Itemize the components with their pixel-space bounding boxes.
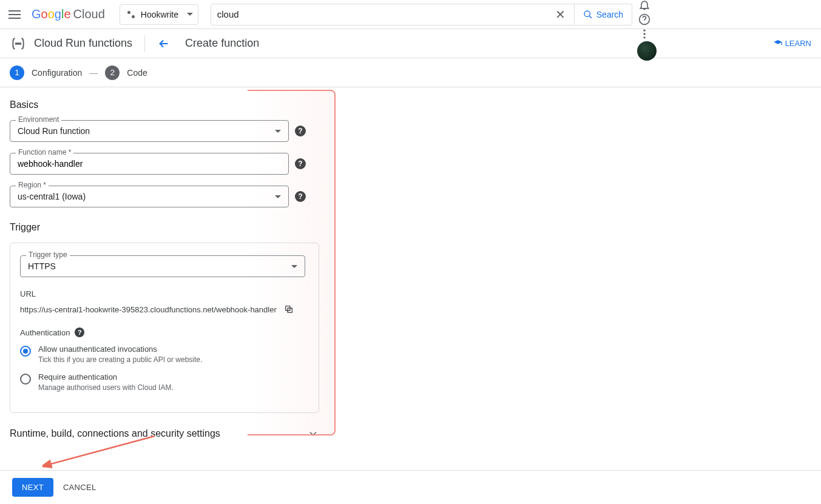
search-container: ✕ Search	[211, 4, 632, 25]
step-1-indicator: 1	[10, 66, 24, 80]
caret-down-icon	[187, 13, 193, 16]
trigger-type-label: Trigger type	[26, 250, 70, 259]
page-header: Cloud Run functions Create function LEAR…	[0, 29, 821, 58]
radio-unauth-label: Allow unauthenticated invocations	[38, 344, 202, 354]
authentication-help-icon[interactable]	[75, 328, 84, 337]
svg-point-7	[16, 42, 17, 44]
radio-unauth-sub: Tick this if you are creating a public A…	[38, 355, 202, 364]
more-menu-icon[interactable]	[637, 27, 652, 41]
basics-title: Basics	[10, 99, 330, 110]
svg-point-6	[643, 36, 645, 38]
environment-label: Environment	[16, 115, 61, 124]
environment-help-icon[interactable]	[295, 126, 306, 136]
region-select[interactable]: us-central1 (Iowa)	[10, 186, 289, 207]
cancel-button[interactable]: CANCEL	[63, 483, 96, 492]
learn-icon	[773, 39, 783, 49]
copy-url-icon[interactable]	[284, 304, 294, 314]
caret-down-icon	[275, 130, 281, 133]
svg-line-1	[589, 16, 592, 18]
project-name: Hookwrite	[141, 10, 178, 19]
trigger-card: Trigger type HTTPS URL https://us-centra…	[10, 243, 319, 413]
step-2-indicator: 2	[105, 66, 120, 80]
service-name: Cloud Run functions	[34, 37, 132, 50]
svg-point-0	[584, 11, 590, 16]
learn-label: LEARN	[785, 39, 811, 48]
search-icon	[583, 10, 593, 19]
project-selector[interactable]: Hookwrite	[120, 4, 198, 25]
account-avatar[interactable]	[637, 41, 657, 61]
region-label: Region *	[16, 181, 49, 189]
back-arrow-icon[interactable]	[157, 37, 171, 50]
step-separator: —	[89, 68, 98, 78]
runtime-settings-expander[interactable]: Runtime, build, connections and security…	[10, 428, 319, 440]
search-button[interactable]: Search	[575, 4, 632, 25]
svg-point-8	[18, 42, 19, 44]
divider	[144, 35, 145, 52]
search-button-label: Search	[596, 10, 623, 19]
environment-value: Cloud Run function	[18, 126, 90, 136]
region-value: us-central1 (Iowa)	[18, 192, 86, 201]
region-help-icon[interactable]	[295, 191, 306, 202]
url-heading: URL	[20, 289, 309, 298]
auth-option-unauth[interactable]: Allow unauthenticated invocations Tick t…	[20, 344, 309, 364]
google-cloud-logo[interactable]: GoogleCloud	[32, 7, 105, 21]
radio-require-sub: Manage authorised users with Cloud IAM.	[38, 383, 174, 392]
radio-unauth[interactable]	[20, 346, 31, 357]
step-1-label: Configuration	[32, 68, 82, 78]
search-input[interactable]	[217, 9, 553, 19]
function-url: https://us-central1-hookwrite-395823.clo…	[20, 305, 277, 314]
radio-require-label: Require authentication	[38, 372, 174, 381]
trigger-title: Trigger	[10, 222, 330, 233]
form-content: Basics Environment Cloud Run function Fu…	[0, 87, 340, 494]
chevron-down-icon	[307, 428, 319, 440]
function-name-label: Function name *	[16, 148, 73, 156]
function-name-input[interactable]	[18, 159, 281, 169]
top-bar: GoogleCloud Hookwrite ✕ Search	[0, 0, 821, 29]
help-icon[interactable]	[637, 12, 652, 27]
footer-bar: NEXT CANCEL	[0, 470, 821, 494]
nav-menu-button[interactable]	[7, 7, 22, 22]
stepper: 1 Configuration — 2 Code	[0, 58, 821, 87]
project-icon	[126, 10, 136, 19]
next-button[interactable]: NEXT	[12, 478, 53, 494]
step-2-label[interactable]: Code	[127, 68, 147, 78]
page-title: Create function	[185, 37, 259, 50]
runtime-settings-title: Runtime, build, connections and security…	[10, 428, 220, 439]
cloud-functions-icon	[10, 35, 27, 52]
svg-point-9	[19, 42, 21, 44]
radio-require-auth[interactable]	[20, 374, 31, 385]
authentication-heading: Authentication	[20, 328, 70, 337]
caret-down-icon	[291, 265, 297, 268]
svg-point-4	[643, 29, 645, 31]
trigger-type-value: HTTPS	[28, 261, 56, 271]
learn-button[interactable]: LEARN	[773, 39, 811, 49]
search-box[interactable]: ✕	[211, 4, 575, 25]
function-name-help-icon[interactable]	[295, 158, 306, 169]
svg-point-5	[643, 33, 645, 35]
notifications-icon[interactable]	[637, 0, 652, 12]
auth-option-require[interactable]: Require authentication Manage authorised…	[20, 372, 309, 392]
caret-down-icon	[275, 195, 281, 198]
clear-search-icon[interactable]: ✕	[553, 7, 568, 22]
svg-line-12	[49, 436, 155, 465]
